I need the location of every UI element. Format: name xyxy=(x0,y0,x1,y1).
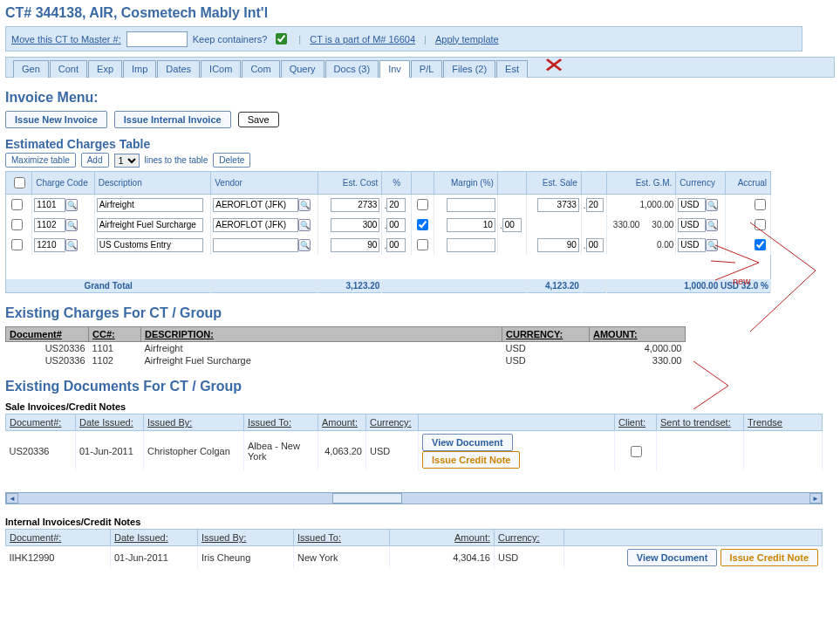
margin-checkbox[interactable] xyxy=(417,199,428,210)
vendor-input[interactable] xyxy=(213,218,298,232)
horizontal-scrollbar[interactable]: ◄ ► xyxy=(5,492,823,504)
col-margin[interactable]: Margin (%) xyxy=(434,172,497,195)
move-ct-input[interactable] xyxy=(126,31,188,47)
scroll-right-icon[interactable]: ► xyxy=(809,493,822,503)
si-col-amt[interactable]: Amount: xyxy=(318,414,366,431)
view-document-button[interactable]: View Document xyxy=(422,434,513,451)
charge-code-input[interactable] xyxy=(34,198,65,212)
ec-col-amt[interactable]: AMOUNT: xyxy=(590,327,686,342)
charge-code-input[interactable] xyxy=(34,238,65,252)
apply-template-link[interactable]: Apply template xyxy=(435,34,499,45)
sale-pct-input[interactable] xyxy=(586,238,604,252)
ii-col-doc[interactable]: Document#: xyxy=(6,530,111,546)
client-checkbox[interactable] xyxy=(631,446,642,457)
est-cost-input[interactable] xyxy=(331,238,379,252)
save-button[interactable]: Save xyxy=(238,112,279,127)
lookup-icon[interactable]: 🔍 xyxy=(706,219,718,231)
vendor-input[interactable] xyxy=(213,198,298,212)
est-cost-input[interactable] xyxy=(331,198,379,212)
accrual-checkbox[interactable] xyxy=(755,239,766,250)
tab-com[interactable]: Com xyxy=(242,60,279,78)
ec-col-cur[interactable]: CURRENCY: xyxy=(502,327,590,342)
ec-col-doc[interactable]: Document# xyxy=(6,327,89,342)
issue-credit-note-button[interactable]: Issue Credit Note xyxy=(720,549,818,566)
tab-cont[interactable]: Cont xyxy=(50,60,87,78)
tab-icom[interactable]: ICom xyxy=(201,60,241,78)
si-col-date[interactable]: Date Issued: xyxy=(76,414,144,431)
ec-col-cc[interactable]: CC#: xyxy=(89,327,141,342)
description-input[interactable] xyxy=(97,238,203,252)
row-select-checkbox[interactable] xyxy=(11,219,23,230)
tab-imp[interactable]: Imp xyxy=(123,60,156,78)
cost-pct-input[interactable] xyxy=(386,198,406,212)
lookup-icon[interactable]: 🔍 xyxy=(706,199,718,211)
lines-count-select[interactable]: 1 xyxy=(114,154,140,168)
tab-files-2-[interactable]: Files (2) xyxy=(443,60,495,78)
si-col-to[interactable]: Issued To: xyxy=(244,414,318,431)
lookup-icon[interactable]: 🔍 xyxy=(298,199,311,211)
lookup-icon[interactable]: 🔍 xyxy=(65,239,78,251)
description-input[interactable] xyxy=(97,198,203,212)
tab-exp[interactable]: Exp xyxy=(88,60,122,78)
est-sale-input[interactable] xyxy=(537,238,579,252)
tab-gen[interactable]: Gen xyxy=(13,60,49,78)
cost-pct-input[interactable] xyxy=(386,218,406,232)
margin-checkbox[interactable] xyxy=(417,239,428,250)
currency-input[interactable] xyxy=(678,218,706,232)
tab-dates[interactable]: Dates xyxy=(157,60,200,78)
issue-internal-invoice-button[interactable]: Issue Internal Invoice xyxy=(114,111,231,128)
scroll-thumb[interactable] xyxy=(332,493,402,503)
si-col-sent[interactable]: Sent to trendset: xyxy=(657,414,744,431)
row-select-checkbox[interactable] xyxy=(11,239,23,250)
scroll-left-icon[interactable]: ◄ xyxy=(6,493,18,503)
col-accrual[interactable]: Accrual xyxy=(725,172,770,195)
margin-pct-input[interactable] xyxy=(502,218,522,232)
ii-col-cur[interactable]: Currency: xyxy=(495,530,564,546)
est-sale-input[interactable] xyxy=(537,198,579,212)
si-col-doc[interactable]: Document#: xyxy=(6,414,76,431)
move-ct-link[interactable]: Move this CT to Master #: xyxy=(11,34,121,45)
col-description[interactable]: Description xyxy=(94,172,211,195)
si-col-client[interactable]: Client: xyxy=(615,414,657,431)
lookup-icon[interactable]: 🔍 xyxy=(65,219,78,231)
ec-col-desc[interactable]: DESCRIPTION: xyxy=(141,327,502,342)
charge-code-input[interactable] xyxy=(34,218,65,232)
margin-input[interactable] xyxy=(447,218,495,232)
cost-pct-input[interactable] xyxy=(386,238,406,252)
currency-input[interactable] xyxy=(678,198,706,212)
ii-col-amt[interactable]: Amount: xyxy=(390,530,495,546)
keep-containers-checkbox[interactable] xyxy=(276,33,287,45)
ii-col-to[interactable]: Issued To: xyxy=(294,530,390,546)
delete-lines-button[interactable]: Delete xyxy=(213,153,250,168)
tab-query[interactable]: Query xyxy=(281,60,324,78)
description-input[interactable] xyxy=(97,218,203,232)
lookup-icon[interactable]: 🔍 xyxy=(706,239,718,251)
si-col-cur[interactable]: Currency: xyxy=(366,414,419,431)
tab-est[interactable]: Est xyxy=(496,60,528,78)
margin-input[interactable] xyxy=(447,238,495,252)
tab-p-l[interactable]: P/L xyxy=(411,60,443,78)
col-vendor[interactable]: Vendor xyxy=(211,172,318,195)
maximize-table-button[interactable]: Maximize table xyxy=(5,153,76,168)
part-of-link[interactable]: CT is a part of M# 16604 xyxy=(310,34,415,45)
accrual-checkbox[interactable] xyxy=(755,199,766,210)
lookup-icon[interactable]: 🔍 xyxy=(65,199,78,211)
lookup-icon[interactable]: 🔍 xyxy=(298,219,311,231)
row-select-checkbox[interactable] xyxy=(11,199,23,210)
col-currency[interactable]: Currency xyxy=(676,172,725,195)
col-est-gm[interactable]: Est. G.M. xyxy=(607,172,676,195)
issue-credit-note-button[interactable]: Issue Credit Note xyxy=(422,451,520,469)
add-lines-button[interactable]: Add xyxy=(81,153,109,168)
col-est-sale[interactable]: Est. Sale xyxy=(527,172,582,195)
lookup-icon[interactable]: 🔍 xyxy=(298,239,311,251)
view-document-button[interactable]: View Document xyxy=(627,549,718,566)
issue-new-invoice-button[interactable]: Issue New Invoice xyxy=(5,111,107,128)
margin-input[interactable] xyxy=(447,198,495,212)
vendor-input[interactable] xyxy=(213,238,298,252)
margin-checkbox[interactable] xyxy=(417,219,428,230)
sale-pct-input[interactable] xyxy=(586,198,604,212)
ii-col-by[interactable]: Issued By: xyxy=(198,530,294,546)
si-col-by[interactable]: Issued By: xyxy=(144,414,244,431)
tab-inv[interactable]: Inv xyxy=(379,60,410,78)
tab-docs-3-[interactable]: Docs (3) xyxy=(325,60,379,78)
